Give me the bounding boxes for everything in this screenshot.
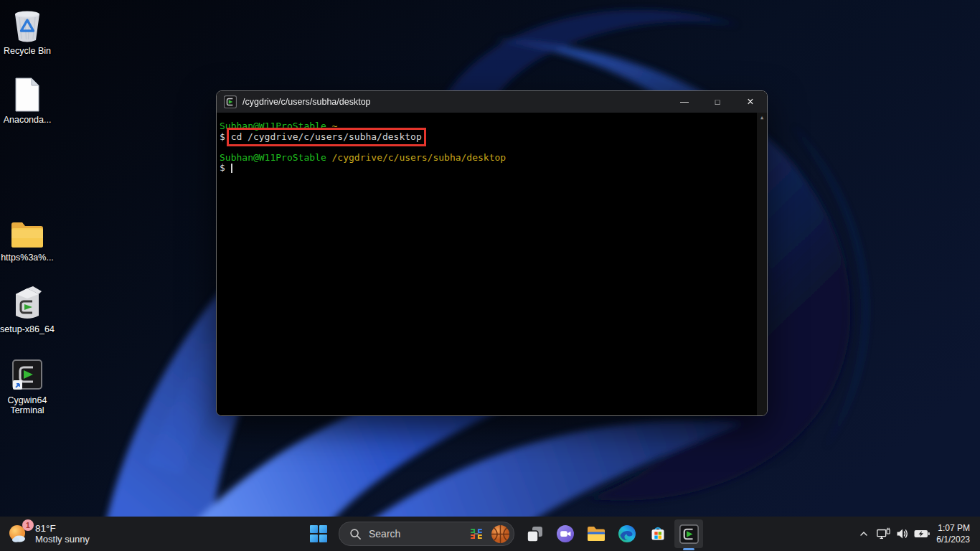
prompt-user-host: Subhan@W11ProStable (220, 121, 326, 131)
title-bar[interactable]: /cygdrive/c/users/subha/desktop — □ × (217, 91, 767, 113)
weather-temperature: 81°F (35, 523, 90, 534)
folder-icon (0, 214, 55, 250)
file-explorer-icon (586, 524, 606, 543)
scroll-down-icon[interactable]: ▼ (760, 415, 763, 416)
cygwin-terminal-button[interactable] (674, 519, 703, 548)
terminal-line: $ (220, 163, 753, 174)
desktop-icon-label: Recycle Bin (0, 46, 55, 56)
chat-icon (556, 524, 575, 543)
edge-icon (618, 524, 636, 543)
taskbar: 1 81°F Mostly sunny (0, 517, 980, 551)
desktop-icon-setup[interactable]: setup-x86_64 (0, 286, 55, 334)
scroll-up-icon[interactable]: ▲ (760, 116, 763, 121)
desktop-icon-recycle-bin[interactable]: Recycle Bin (0, 7, 55, 56)
weather-widget[interactable]: 1 81°F Mostly sunny (7, 517, 90, 551)
close-button[interactable]: × (734, 91, 767, 113)
terminal-line: $cd /cygdrive/c/users/subha/desktop (220, 132, 753, 143)
prompt-dollar: $ (220, 162, 225, 173)
bracket-icon (469, 527, 484, 541)
window-controls: — □ × (668, 91, 767, 113)
scrollbar[interactable]: ▲ ▼ (757, 113, 767, 416)
chevron-up-icon (858, 528, 870, 540)
desktop-icon-label: https%3a%... (0, 253, 55, 263)
search-input[interactable]: Search (339, 522, 514, 546)
tray-chevron-button[interactable] (854, 519, 873, 548)
basketball-icon (491, 524, 510, 544)
battery-icon (913, 527, 930, 541)
task-view-button[interactable] (520, 519, 549, 548)
desktop-icon-label: Anaconda... (0, 115, 55, 125)
tray-time: 1:07 PM (936, 522, 970, 534)
chat-button[interactable] (551, 519, 580, 548)
weather-condition: Mostly sunny (35, 534, 90, 545)
desktop-icon-https-folder[interactable]: https%3a%... (0, 214, 55, 263)
prompt-dollar: $ (220, 131, 225, 142)
terminal-window: /cygdrive/c/users/subha/desktop — □ × Su… (216, 90, 768, 416)
cygwin-icon (224, 95, 237, 108)
system-tray: 1:07 PM 6/1/2023 (854, 517, 974, 551)
terminal-line: Subhan@W11ProStable/cygdrive/c/users/sub… (220, 153, 753, 164)
cygwin-terminal-shortcut-icon (0, 357, 55, 392)
task-view-icon (526, 525, 544, 543)
microsoft-store-icon (649, 524, 667, 543)
terminal-line: Subhan@W11ProStable~ (220, 121, 753, 132)
command-text: cd /cygdrive/c/users/subha/desktop (231, 131, 422, 142)
cygwin-terminal-icon (679, 524, 699, 544)
terminal-content[interactable]: Subhan@W11ProStable~ $cd /cygdrive/c/use… (217, 113, 767, 416)
desktop: Recycle Bin Anaconda... https%3a%... (0, 0, 980, 551)
prompt-path: ~ (332, 121, 338, 131)
notification-badge: 1 (22, 519, 34, 531)
maximize-button[interactable]: □ (701, 91, 734, 113)
clock[interactable]: 1:07 PM 6/1/2023 (936, 522, 974, 545)
minimize-button[interactable]: — (668, 91, 701, 113)
desktop-icon-anaconda[interactable]: Anaconda... (0, 76, 55, 125)
magnifier-icon (349, 528, 362, 540)
desktop-icon-cygwin-terminal[interactable]: Cygwin64 Terminal (0, 357, 55, 415)
active-app-indicator (683, 548, 694, 550)
microsoft-store-button[interactable] (644, 519, 672, 548)
network-button[interactable] (874, 519, 892, 548)
edge-button[interactable] (613, 519, 641, 548)
command-highlight-box: cd /cygdrive/c/users/subha/desktop (231, 132, 422, 143)
network-icon (875, 527, 891, 541)
desktop-icon-label: setup-x86_64 (0, 324, 55, 334)
desktop-icon-label: Cygwin64 Terminal (0, 395, 55, 415)
volume-button[interactable] (893, 519, 912, 548)
file-explorer-button[interactable] (582, 519, 611, 548)
tray-date: 6/1/2023 (936, 534, 970, 545)
start-button[interactable] (304, 519, 333, 548)
text-cursor (231, 164, 232, 173)
cygwin-setup-icon (0, 286, 55, 321)
prompt-user-host: Subhan@W11ProStable (220, 152, 326, 163)
prompt-path: /cygdrive/c/users/subha/desktop (332, 152, 507, 163)
recycle-bin-icon (0, 7, 55, 43)
taskbar-center: Search (304, 519, 703, 548)
volume-icon (895, 527, 910, 541)
battery-button[interactable] (913, 519, 931, 548)
document-icon (0, 76, 55, 112)
window-title: /cygdrive/c/users/subha/desktop (242, 97, 371, 107)
windows-logo-icon (310, 525, 327, 542)
search-placeholder: Search (369, 528, 462, 540)
terminal-blank-line (220, 142, 753, 153)
